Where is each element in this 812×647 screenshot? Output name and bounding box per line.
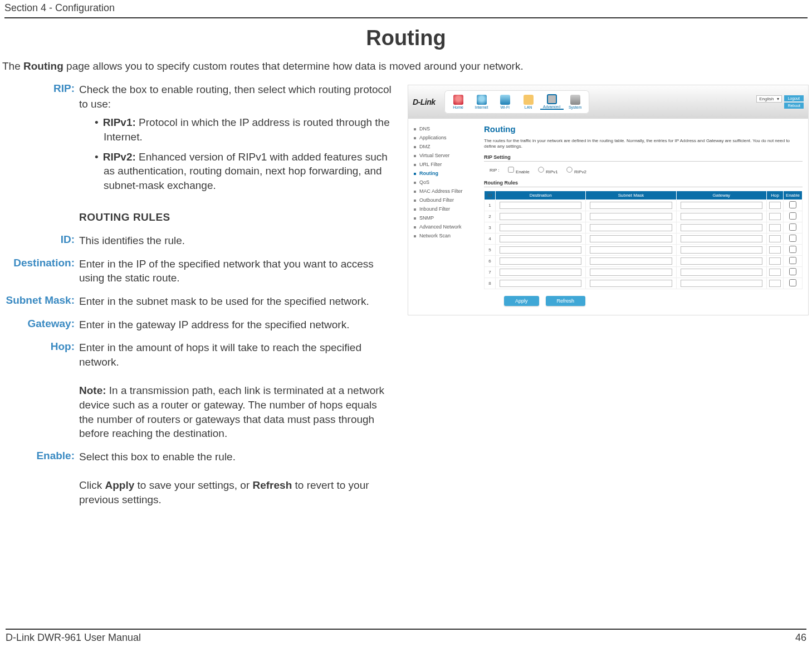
hop-input[interactable] <box>769 280 781 287</box>
col-destination: Destination <box>496 191 586 200</box>
row-id: 5 <box>485 244 496 255</box>
rip-v1-text-ui: RIPv1 <box>546 169 558 174</box>
destination-input[interactable] <box>500 257 582 265</box>
sidebar-item-mac-address-filter[interactable]: MAC Address Filter <box>414 187 475 196</box>
refresh-button[interactable]: Refresh <box>546 296 586 306</box>
subnet-mask-input[interactable] <box>590 213 672 220</box>
nav-item-label: LAN <box>525 105 532 109</box>
content-title: Routing <box>484 124 803 134</box>
sidebar-item-dns[interactable]: DNS <box>414 124 475 133</box>
apply-button[interactable]: Apply <box>504 296 539 306</box>
content-description: The routes for the traffic in your netwo… <box>484 138 803 150</box>
enable-checkbox[interactable] <box>789 235 796 242</box>
destination-input[interactable] <box>500 235 582 242</box>
destination-input[interactable] <box>500 224 582 231</box>
enable-checkbox[interactable] <box>789 279 796 286</box>
embedded-router-ui: D-Link HomeInternetWi-FiLANAdvancedSyste… <box>408 85 809 315</box>
nav-item-internet[interactable]: Internet <box>470 95 493 109</box>
hop-input[interactable] <box>769 246 781 254</box>
body-subnet-mask: Enter in the subnet mask to be used for … <box>79 294 394 309</box>
sidebar-item-qos[interactable]: QoS <box>414 178 475 187</box>
logout-button[interactable]: Logout <box>784 95 804 101</box>
reboot-button[interactable]: Reboot <box>784 103 804 109</box>
language-select[interactable]: English ▾ <box>756 95 782 103</box>
sidebar-item-applications[interactable]: Applications <box>414 133 475 142</box>
gateway-input[interactable] <box>681 269 763 276</box>
sidebar-item-network-scan[interactable]: Network Scan <box>414 231 475 240</box>
sidebar-item-virtual-server[interactable]: Virtual Server <box>414 151 475 160</box>
enable-checkbox[interactable] <box>789 212 796 220</box>
rip-v1-option[interactable]: RIPv1 <box>537 166 558 174</box>
subnet-mask-input[interactable] <box>590 202 672 209</box>
gateway-input[interactable] <box>681 235 763 242</box>
hop-input[interactable] <box>769 224 781 231</box>
destination-input[interactable] <box>500 213 582 220</box>
hop-input[interactable] <box>769 202 781 209</box>
sidebar-item-advanced-network[interactable]: Advanced Network <box>414 222 475 231</box>
apply-b2: Refresh <box>253 479 292 491</box>
nav-item-system[interactable]: System <box>564 95 587 109</box>
hop-input[interactable] <box>769 257 781 265</box>
destination-input[interactable] <box>500 202 582 209</box>
hop-input[interactable] <box>769 235 781 242</box>
rip-v1-radio[interactable] <box>538 167 544 172</box>
enable-checkbox[interactable] <box>789 268 796 275</box>
sidebar-item-dmz[interactable]: DMZ <box>414 142 475 151</box>
nav-item-advanced[interactable]: Advanced <box>540 94 564 110</box>
nav-item-label: Home <box>453 105 463 109</box>
gateway-input[interactable] <box>681 213 763 220</box>
label-id: ID: <box>3 233 76 248</box>
nav-item-lan[interactable]: LAN <box>517 95 540 109</box>
table-row: 1 <box>485 200 803 211</box>
table-row: 4 <box>485 233 803 244</box>
body-hop: Enter in the amount of hops it will take… <box>79 340 394 440</box>
rip-v2-option[interactable]: RIPv2 <box>566 166 586 174</box>
sidebar-item-url-filter[interactable]: URL Filter <box>414 160 475 169</box>
gateway-input[interactable] <box>681 257 763 265</box>
enable-checkbox[interactable] <box>789 246 796 253</box>
col-subnet-mask: Subnet Mask <box>586 191 676 200</box>
intro-rest: page allows you to specify custom routes… <box>63 60 524 72</box>
row-id: 4 <box>485 233 496 244</box>
body-enable: Select this box to enable the rule. Clic… <box>79 450 394 507</box>
nav-item-label: System <box>569 105 581 109</box>
destination-input[interactable] <box>500 280 582 287</box>
rip-v2-radio[interactable] <box>566 167 572 172</box>
enable-checkbox[interactable] <box>789 223 796 231</box>
section-header: Section 4 - Configuration <box>4 2 808 14</box>
body-destination: Enter in the IP of the specified network… <box>79 257 394 285</box>
subnet-mask-input[interactable] <box>590 246 672 254</box>
intro-bold: Routing <box>23 60 63 72</box>
footer-manual: D-Link DWR-961 User Manual <box>6 632 141 644</box>
sidebar-item-outbound-filter[interactable]: Outbound Filter <box>414 196 475 205</box>
apply-b1: Apply <box>105 479 134 491</box>
nav-item-home[interactable]: Home <box>447 95 470 109</box>
gateway-input[interactable] <box>681 280 763 287</box>
subnet-mask-input[interactable] <box>590 235 672 242</box>
intro-prefix: The <box>2 60 23 72</box>
footer-page-number: 46 <box>795 632 806 644</box>
gateway-input[interactable] <box>681 246 763 254</box>
subnet-mask-input[interactable] <box>590 257 672 265</box>
enable-checkbox[interactable] <box>789 201 796 208</box>
destination-input[interactable] <box>500 269 582 276</box>
routing-rules-heading: ROUTING RULES <box>79 210 394 225</box>
destination-input[interactable] <box>500 246 582 254</box>
subnet-mask-input[interactable] <box>590 280 672 287</box>
subnet-mask-input[interactable] <box>590 269 672 276</box>
hop-input[interactable] <box>769 213 781 220</box>
sidebar-item-routing[interactable]: Routing <box>414 169 475 178</box>
rip-enable-option[interactable]: Enable <box>507 166 530 174</box>
subnet-mask-input[interactable] <box>590 224 672 231</box>
gateway-input[interactable] <box>681 202 763 209</box>
sidebar-item-inbound-filter[interactable]: Inbound Filter <box>414 205 475 213</box>
gateway-input[interactable] <box>681 224 763 231</box>
sidebar-item-snmp[interactable]: SNMP <box>414 213 475 222</box>
enable-checkbox[interactable] <box>789 257 796 264</box>
table-row: 8 <box>485 278 803 289</box>
label-subnet-mask: Subnet Mask: <box>3 294 76 309</box>
nav-item-wi-fi[interactable]: Wi-Fi <box>493 95 517 109</box>
hop-input[interactable] <box>769 269 781 276</box>
rip-enable-checkbox[interactable] <box>508 167 513 172</box>
apply-mid: to save your settings, or <box>134 479 252 491</box>
